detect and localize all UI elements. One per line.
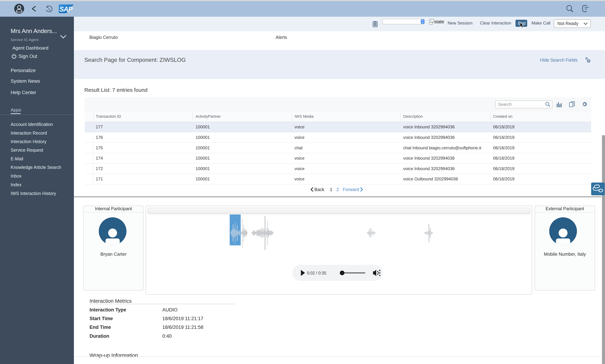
svg-text:0:02 / 0:35: 0:02 / 0:35 <box>307 271 326 275</box>
svg-text:SAP: SAP <box>59 5 73 13</box>
